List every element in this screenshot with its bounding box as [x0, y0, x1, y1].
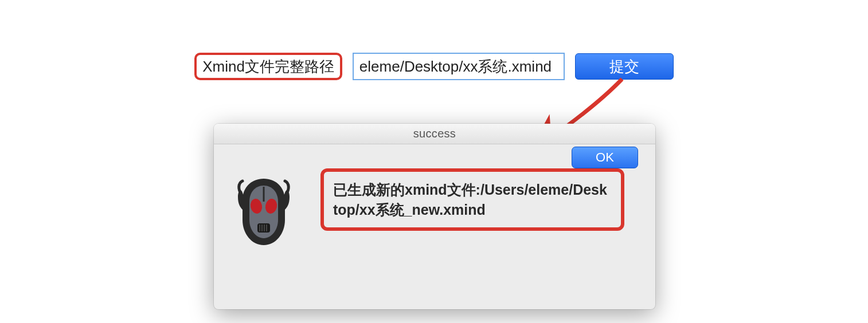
path-input[interactable] [353, 53, 565, 80]
dialog-message: 已生成新的xmind文件:/Users/eleme/Desktop/xx系统_n… [320, 168, 624, 231]
form-row: Xmind文件完整路径 提交 [0, 53, 868, 80]
dialog-title: success [413, 127, 456, 140]
dialog-titlebar: success [214, 124, 655, 144]
path-label: Xmind文件完整路径 [194, 53, 342, 80]
success-dialog: success [214, 124, 655, 309]
submit-button[interactable]: 提交 [575, 53, 674, 80]
ok-button[interactable]: OK [572, 147, 638, 168]
app-icon [237, 179, 291, 245]
dialog-body: 已生成新的xmind文件:/Users/eleme/Desktop/xx系统_n… [214, 144, 655, 183]
